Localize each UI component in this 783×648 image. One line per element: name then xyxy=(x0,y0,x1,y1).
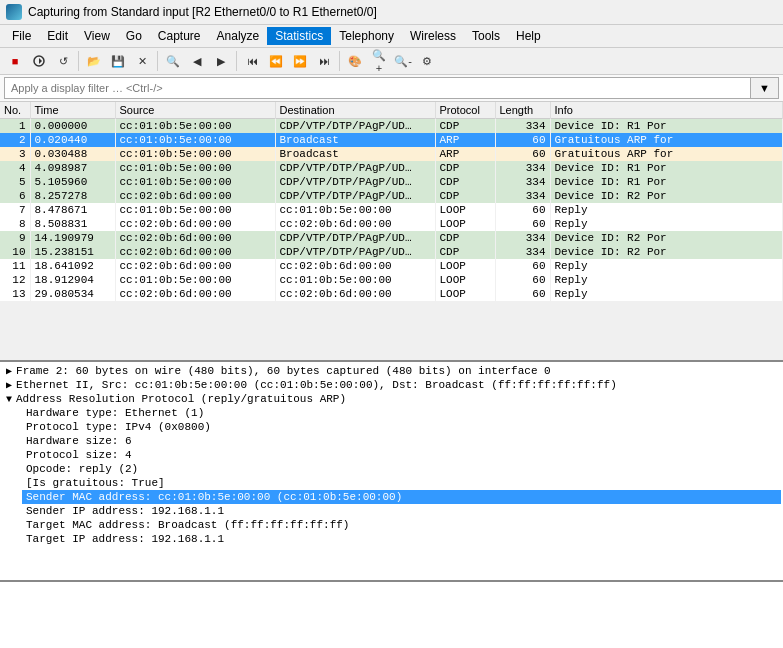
table-cell: cc:02:0b:6d:00:00 xyxy=(115,287,275,301)
menu-item-file[interactable]: File xyxy=(4,27,39,45)
detail-child-sender-mac[interactable]: Sender MAC address: cc:01:0b:5e:00:00 (c… xyxy=(22,490,781,504)
jump-next[interactable]: ⏩ xyxy=(289,50,311,72)
jump-first[interactable]: ⏮ xyxy=(241,50,263,72)
menu-item-statistics[interactable]: Statistics xyxy=(267,27,331,45)
close-button[interactable]: ✕ xyxy=(131,50,153,72)
refresh-button[interactable]: ↺ xyxy=(52,50,74,72)
table-row[interactable]: 914.190979cc:02:0b:6d:00:00CDP/VTP/DTP/P… xyxy=(0,231,783,245)
table-cell: cc:01:0b:5e:00:00 xyxy=(115,119,275,134)
find-button[interactable]: 🔍 xyxy=(162,50,184,72)
table-cell: 8.478671 xyxy=(30,203,115,217)
colorize-button[interactable]: 🎨 xyxy=(344,50,366,72)
table-row[interactable]: 88.508831cc:02:0b:6d:00:00cc:02:0b:6d:00… xyxy=(0,217,783,231)
table-cell: 1 xyxy=(0,119,30,134)
col-header-info[interactable]: Info xyxy=(550,102,783,119)
packet-table: No. Time Source Destination Protocol Len… xyxy=(0,102,783,301)
menu-item-wireless[interactable]: Wireless xyxy=(402,27,464,45)
table-row[interactable]: 44.098987cc:01:0b:5e:00:00CDP/VTP/DTP/PA… xyxy=(0,161,783,175)
table-row[interactable]: 1118.641092cc:02:0b:6d:00:00cc:02:0b:6d:… xyxy=(0,259,783,273)
menu-item-capture[interactable]: Capture xyxy=(150,27,209,45)
table-cell: Gratuitous ARP for xyxy=(550,147,783,161)
table-cell: Device ID: R1 Por xyxy=(550,119,783,134)
table-row[interactable]: 30.030488cc:01:0b:5e:00:00BroadcastARP60… xyxy=(0,147,783,161)
sep1 xyxy=(78,51,79,71)
detail-child-target-mac[interactable]: Target MAC address: Broadcast (ff:ff:ff:… xyxy=(22,518,781,532)
zoom-in-button[interactable]: 🔍+ xyxy=(368,50,390,72)
table-cell: 15.238151 xyxy=(30,245,115,259)
table-row[interactable]: 78.478671cc:01:0b:5e:00:00cc:01:0b:5e:00… xyxy=(0,203,783,217)
table-cell: Device ID: R2 Por xyxy=(550,231,783,245)
table-row[interactable]: 20.020440cc:01:0b:5e:00:00BroadcastARP60… xyxy=(0,133,783,147)
expand-icon-arp: ▼ xyxy=(6,394,12,405)
menu-item-view[interactable]: View xyxy=(76,27,118,45)
app-icon xyxy=(6,4,22,20)
col-header-source[interactable]: Source xyxy=(115,102,275,119)
table-row[interactable]: 10.000000cc:01:0b:5e:00:00CDP/VTP/DTP/PA… xyxy=(0,119,783,134)
table-cell: CDP xyxy=(435,245,495,259)
table-cell: Reply xyxy=(550,287,783,301)
detail-label-frame: Frame 2: 60 bytes on wire (480 bits), 60… xyxy=(16,365,551,377)
detail-child-hw-size[interactable]: Hardware size: 6 xyxy=(22,434,781,448)
col-header-no[interactable]: No. xyxy=(0,102,30,119)
table-cell: 10 xyxy=(0,245,30,259)
expand-icon-frame: ▶ xyxy=(6,365,12,377)
stop-button[interactable]: ■ xyxy=(4,50,26,72)
table-cell: 0.000000 xyxy=(30,119,115,134)
expand-icon-ethernet: ▶ xyxy=(6,379,12,391)
restart-button[interactable] xyxy=(28,50,50,72)
detail-child-sender-ip[interactable]: Sender IP address: 192.168.1.1 xyxy=(22,504,781,518)
table-row[interactable]: 68.257278cc:02:0b:6d:00:00CDP/VTP/DTP/PA… xyxy=(0,189,783,203)
table-cell: cc:01:0b:5e:00:00 xyxy=(115,133,275,147)
table-row[interactable]: 1329.080534cc:02:0b:6d:00:00cc:02:0b:6d:… xyxy=(0,287,783,301)
prev-button[interactable]: ◀ xyxy=(186,50,208,72)
settings-button[interactable]: ⚙ xyxy=(416,50,438,72)
filter-apply-button[interactable]: ▼ xyxy=(751,77,779,99)
open-button[interactable]: 📂 xyxy=(83,50,105,72)
jump-prev[interactable]: ⏪ xyxy=(265,50,287,72)
table-cell: Gratuitous ARP for xyxy=(550,133,783,147)
filter-input[interactable] xyxy=(4,77,751,99)
menu-item-go[interactable]: Go xyxy=(118,27,150,45)
table-cell: 13 xyxy=(0,287,30,301)
table-cell: cc:02:0b:6d:00:00 xyxy=(115,231,275,245)
table-cell: 12 xyxy=(0,273,30,287)
table-cell: 5.105960 xyxy=(30,175,115,189)
table-cell: cc:02:0b:6d:00:00 xyxy=(115,189,275,203)
save-button[interactable]: 💾 xyxy=(107,50,129,72)
detail-child-target-ip[interactable]: Target IP address: 192.168.1.1 xyxy=(22,532,781,546)
detail-child-proto-size[interactable]: Protocol size: 4 xyxy=(22,448,781,462)
table-cell: cc:02:0b:6d:00:00 xyxy=(115,259,275,273)
detail-child-proto-type[interactable]: Protocol type: IPv4 (0x0800) xyxy=(22,420,781,434)
zoom-out-button[interactable]: 🔍- xyxy=(392,50,414,72)
detail-section-ethernet[interactable]: ▶Ethernet II, Src: cc:01:0b:5e:00:00 (cc… xyxy=(2,378,781,392)
menu-item-analyze[interactable]: Analyze xyxy=(209,27,268,45)
next-button[interactable]: ▶ xyxy=(210,50,232,72)
table-cell: 3 xyxy=(0,147,30,161)
table-cell: Device ID: R1 Por xyxy=(550,175,783,189)
table-cell: 334 xyxy=(495,161,550,175)
detail-section-frame[interactable]: ▶Frame 2: 60 bytes on wire (480 bits), 6… xyxy=(2,364,781,378)
table-row[interactable]: 55.105960cc:01:0b:5e:00:00CDP/VTP/DTP/PA… xyxy=(0,175,783,189)
table-cell: 29.080534 xyxy=(30,287,115,301)
table-cell: 60 xyxy=(495,133,550,147)
menu-item-telephony[interactable]: Telephony xyxy=(331,27,402,45)
table-cell: 8.508831 xyxy=(30,217,115,231)
sep4 xyxy=(339,51,340,71)
table-row[interactable]: 1015.238151cc:02:0b:6d:00:00CDP/VTP/DTP/… xyxy=(0,245,783,259)
detail-section-arp[interactable]: ▼Address Resolution Protocol (reply/grat… xyxy=(2,392,781,406)
menu-item-edit[interactable]: Edit xyxy=(39,27,76,45)
detail-child-opcode[interactable]: Opcode: reply (2) xyxy=(22,462,781,476)
menu-bar: FileEditViewGoCaptureAnalyzeStatisticsTe… xyxy=(0,25,783,48)
detail-child-gratuitous[interactable]: [Is gratuitous: True] xyxy=(22,476,781,490)
menu-item-tools[interactable]: Tools xyxy=(464,27,508,45)
table-cell: cc:02:0b:6d:00:00 xyxy=(275,259,435,273)
col-header-destination[interactable]: Destination xyxy=(275,102,435,119)
col-header-length[interactable]: Length xyxy=(495,102,550,119)
detail-child-hw-type[interactable]: Hardware type: Ethernet (1) xyxy=(22,406,781,420)
menu-item-help[interactable]: Help xyxy=(508,27,549,45)
col-header-protocol[interactable]: Protocol xyxy=(435,102,495,119)
col-header-time[interactable]: Time xyxy=(30,102,115,119)
table-row[interactable]: 1218.912904cc:01:0b:5e:00:00cc:01:0b:5e:… xyxy=(0,273,783,287)
title-bar: Capturing from Standard input [R2 Ethern… xyxy=(0,0,783,25)
jump-last[interactable]: ⏭ xyxy=(313,50,335,72)
